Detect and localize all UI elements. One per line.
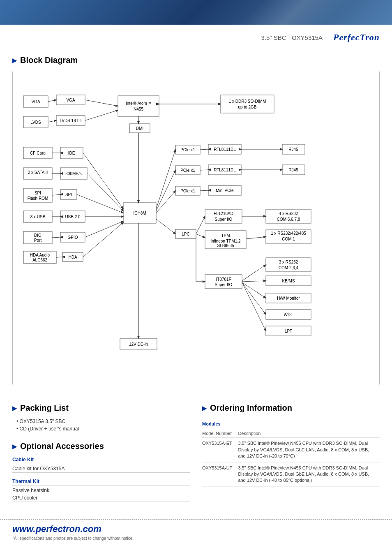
svg-line-36	[87, 173, 123, 211]
svg-line-42	[52, 194, 60, 195]
svg-line-124	[242, 282, 266, 298]
svg-text:WDT: WDT	[284, 312, 293, 317]
svg-text:Mini PCIe: Mini PCIe	[216, 188, 234, 193]
packing-list-item: OXY5315A 3.5" SBC	[16, 419, 190, 424]
svg-line-56	[85, 221, 123, 237]
company-logo: PerfecTron	[333, 32, 380, 43]
svg-text:GPIO: GPIO	[67, 235, 78, 240]
cable-kit-item: Cable kit for OXY5315A	[12, 466, 190, 473]
page-header: 3.5" SBC - OXY5315A PerfecTron	[0, 25, 392, 47]
svg-line-11	[85, 100, 118, 106]
svg-text:COM 1: COM 1	[282, 237, 295, 241]
svg-line-99	[196, 234, 205, 238]
packing-list-section: Packing List OXY5315A 3.5" SBC CD (Drive…	[12, 403, 190, 432]
svg-line-110	[246, 237, 266, 239]
svg-line-71	[156, 170, 175, 211]
svg-rect-8	[118, 96, 159, 116]
svg-text:PCIe x1: PCIe x1	[180, 189, 195, 193]
svg-text:PCIe x1: PCIe x1	[180, 168, 195, 173]
svg-line-30	[83, 153, 123, 209]
svg-text:VGA: VGA	[66, 98, 75, 102]
col-model: Model Number	[202, 429, 238, 438]
top-banner	[0, 0, 392, 25]
block-diagram-container: VGA LVDS VGA LVDS 18-bit Intel® Atom™ N4…	[12, 71, 380, 385]
svg-text:ICH8M: ICH8M	[133, 211, 146, 215]
block-diagram-svg: VGA LVDS VGA LVDS 18-bit Intel® Atom™ N4…	[19, 79, 373, 375]
svg-text:Infineon TPM1.2: Infineon TPM1.2	[210, 239, 241, 243]
svg-text:HDA: HDA	[68, 255, 77, 259]
svg-text:4 x RS232: 4 x RS232	[279, 211, 298, 216]
svg-line-13	[48, 100, 56, 102]
ordering-info-section: Ordering Information Modules Model Numbe…	[202, 395, 380, 503]
page-title: 3.5" SBC - OXY5315A	[261, 34, 323, 41]
svg-line-55	[52, 237, 60, 238]
svg-line-126	[242, 282, 266, 331]
svg-text:300MB/s: 300MB/s	[65, 171, 81, 176]
svg-line-63	[83, 222, 123, 257]
svg-text:RJ45: RJ45	[288, 168, 298, 172]
footer-note: *All specifications and photos are subje…	[12, 536, 380, 541]
svg-line-81	[200, 190, 208, 191]
svg-text:VGA: VGA	[31, 99, 40, 104]
svg-text:SLB9635: SLB9635	[217, 243, 234, 248]
svg-text:Super I/O: Super I/O	[215, 282, 233, 287]
svg-text:Port: Port	[34, 238, 42, 243]
svg-text:RJ45: RJ45	[288, 147, 298, 152]
svg-text:RTL8111DL: RTL8111DL	[214, 168, 236, 172]
svg-text:1 x DDR3 SO-DIMM: 1 x DDR3 SO-DIMM	[229, 99, 266, 104]
svg-line-117	[242, 281, 266, 282]
svg-text:SPI: SPI	[35, 191, 41, 195]
model-number: OXY5315A-UT	[202, 462, 238, 486]
svg-text:LVDS 18-bit: LVDS 18-bit	[60, 118, 81, 123]
svg-text:DMI: DMI	[136, 126, 143, 131]
svg-rect-15	[221, 95, 274, 113]
packing-list-items: OXY5315A 3.5" SBC CD (Driver + user's ma…	[12, 419, 190, 432]
optional-accessories-title: Optional Accessories	[12, 442, 190, 451]
svg-text:COM 5,6,7,8: COM 5,6,7,8	[277, 217, 300, 222]
ordering-info-title: Ordering Information	[202, 403, 380, 413]
svg-line-79	[200, 149, 208, 150]
svg-text:SPI: SPI	[65, 192, 72, 197]
svg-text:TPM: TPM	[221, 234, 230, 238]
svg-text:8 x USB: 8 x USB	[30, 215, 46, 219]
svg-text:3 x RS232: 3 x RS232	[279, 260, 298, 264]
svg-line-116	[242, 265, 266, 281]
thermal-item-1: Passive heatsink	[12, 488, 190, 494]
svg-text:KB/MS: KB/MS	[282, 279, 295, 283]
thermal-kit-category: Thermal Kit	[12, 479, 190, 486]
table-row: OXY5315A-UT 3.5" SBC Intel® Pineview N45…	[202, 462, 380, 486]
svg-text:1 x RS232/422/485: 1 x RS232/422/485	[271, 231, 306, 236]
svg-line-125	[242, 282, 266, 314]
model-description: 3.5" SBC Intel® Pineview N455 CPU with D…	[238, 438, 380, 462]
svg-text:2 x SATA II: 2 x SATA II	[28, 170, 48, 175]
svg-text:12V DC-in: 12V DC-in	[129, 342, 148, 347]
svg-text:N455: N455	[134, 107, 143, 111]
svg-line-14	[48, 120, 56, 122]
svg-line-90	[156, 219, 175, 234]
svg-text:Intel® Atom™: Intel® Atom™	[126, 101, 151, 106]
svg-text:IT8781F: IT8781F	[216, 277, 231, 282]
optional-accessories-section: Optional Accessories Cable Kit Cable kit…	[12, 442, 190, 502]
svg-text:H/W Monitor: H/W Monitor	[277, 296, 300, 301]
packing-list-title: Packing List	[12, 403, 190, 413]
model-number: OXY5315A-ET	[202, 438, 238, 462]
footer-website: www.perfectron.com	[12, 524, 380, 534]
svg-text:ALC662: ALC662	[32, 258, 48, 262]
modules-header: Modules	[202, 419, 380, 429]
svg-text:LPT: LPT	[285, 329, 292, 333]
block-diagram-title: Block Diagram	[12, 56, 380, 65]
svg-text:LPC: LPC	[182, 232, 189, 236]
svg-text:CF Card: CF Card	[30, 151, 46, 155]
cable-kit-category: Cable Kit	[12, 457, 190, 464]
svg-text:DIO: DIO	[34, 233, 42, 238]
table-row: OXY5315A-ET 3.5" SBC Intel® Pineview N45…	[202, 438, 380, 462]
svg-text:RTL8111DL: RTL8111DL	[214, 147, 236, 152]
svg-line-62	[56, 257, 62, 257]
svg-line-70	[156, 150, 175, 209]
thermal-item-2: CPU cooler	[12, 495, 190, 502]
svg-line-12	[85, 110, 118, 120]
svg-line-72	[156, 191, 175, 213]
model-description: 3.5" SBC Intel® Pineview N455 CPU with D…	[238, 462, 380, 486]
svg-text:Super I/O: Super I/O	[215, 217, 233, 222]
svg-text:USB 2.0: USB 2.0	[65, 215, 81, 219]
